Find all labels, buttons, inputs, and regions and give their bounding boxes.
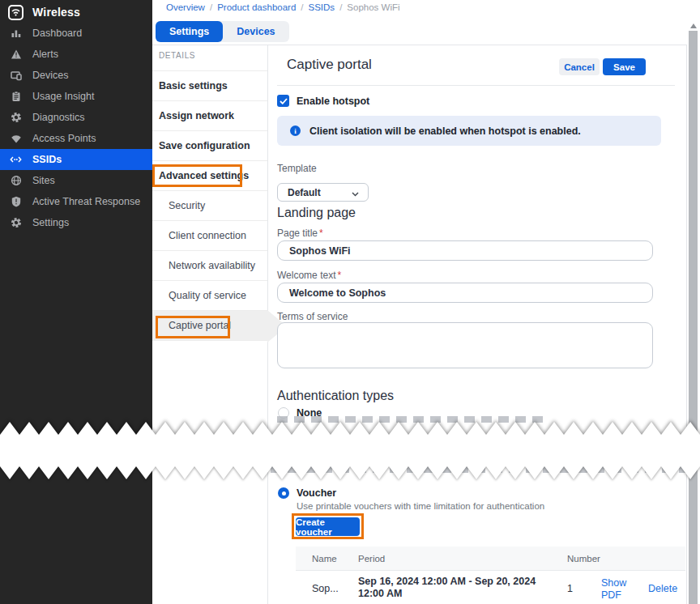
torn-text-fragment (277, 416, 544, 423)
create-voucher-button[interactable]: Create voucher (296, 517, 360, 536)
app-title: Wireless (32, 6, 80, 19)
sidebar-item-label: Usage Insight (32, 91, 94, 102)
sidebar-item-active-threat-response[interactable]: Active Threat Response (0, 191, 152, 212)
sidebar-item-dashboard[interactable]: Dashboard (0, 23, 152, 44)
breadcrumb-overview[interactable]: Overview (166, 2, 205, 12)
voucher-period-cell: Sep 16, 2024 12:00 AM - Sep 20, 2024 12:… (358, 576, 561, 600)
details-item-basic-settings[interactable]: Basic settings (152, 70, 267, 100)
info-icon: i (290, 125, 301, 136)
sidebar-item-label: Dashboard (32, 28, 82, 39)
voucher-description: Use printable vouchers with time limitat… (297, 501, 544, 511)
gear-icon (10, 217, 22, 229)
column-header-name: Name (312, 554, 337, 564)
voucher-radio-label: Voucher (297, 487, 336, 499)
dashboard-icon (10, 28, 22, 40)
page-title-value: Sophos WiFi (289, 245, 351, 257)
sidebar-item-label: Settings (32, 217, 69, 228)
voucher-name-cell: Sop... (312, 583, 339, 594)
show-pdf-link[interactable]: Show PDF (601, 577, 634, 602)
template-selected-value: Default (288, 187, 352, 198)
app-window: Wireless Dashboard Alerts Devices Usage … (0, 0, 700, 604)
sidebar-item-label: Alerts (32, 49, 58, 60)
info-banner: i Client isolation will be enabled when … (277, 116, 661, 146)
table-row: Sop... Sep 16, 2024 12:00 AM - Sep 20, 2… (296, 571, 685, 604)
welcome-text-input[interactable]: Welcome to Sophos (277, 283, 653, 303)
details-item-network-availability[interactable]: Network availability (152, 250, 267, 280)
landing-page-heading: Landing page (277, 206, 356, 220)
globe-icon (10, 175, 22, 187)
scrollbar-up-arrow-icon[interactable] (690, 23, 697, 28)
details-item-security[interactable]: Security (152, 190, 267, 220)
sidebar-item-settings[interactable]: Settings (0, 212, 152, 233)
alert-triangle-icon (10, 49, 22, 61)
details-item-quality-of-service[interactable]: Quality of service (152, 280, 267, 310)
breadcrumb-separator: / (301, 2, 303, 12)
sidebar: Wireless Dashboard Alerts Devices Usage … (0, 0, 152, 604)
wireless-logo-icon (8, 5, 23, 20)
content-right-border (686, 45, 687, 604)
logo-row: Wireless (8, 2, 80, 22)
template-select[interactable]: Default (277, 183, 369, 202)
details-nav-header: DETAILS (159, 51, 195, 60)
sidebar-item-label: SSIDs (32, 154, 62, 165)
sidebar-item-ssids[interactable]: SSIDs (0, 149, 152, 170)
details-item-client-connection[interactable]: Client connection (152, 220, 267, 250)
content-top-border (152, 45, 686, 45)
breadcrumb-ssids[interactable]: SSIDs (309, 2, 335, 12)
tab-strip: Settings Devices (156, 21, 289, 42)
breadcrumb-current: Sophos WiFi (347, 2, 399, 12)
voucher-table: Name Period Number Sop... Sep 16, 2024 1… (296, 547, 685, 604)
page-title-label: Page title* (277, 228, 323, 239)
sidebar-item-sites[interactable]: Sites (0, 170, 152, 191)
column-header-period: Period (358, 554, 385, 564)
voucher-table-header: Name Period Number (296, 547, 685, 571)
template-label: Template (277, 163, 317, 174)
delete-link[interactable]: Delete (648, 583, 677, 594)
sidebar-item-usage-insight[interactable]: Usage Insight (0, 86, 152, 107)
breadcrumb-separator: / (210, 2, 212, 12)
voucher-number-cell: 1 (567, 583, 573, 594)
sidebar-item-alerts[interactable]: Alerts (0, 44, 152, 65)
save-button[interactable]: Save (603, 58, 646, 75)
sidebar-item-label: Diagnostics (32, 112, 85, 123)
tab-devices[interactable]: Devices (223, 21, 288, 42)
clipboard-icon (10, 91, 22, 103)
scrollbar-thumb[interactable] (689, 31, 698, 604)
sidebar-item-label: Sites (32, 175, 55, 186)
ssid-brackets-icon (10, 154, 22, 166)
chevron-down-icon (352, 185, 359, 200)
sidebar-item-label: Access Points (32, 133, 96, 144)
enable-hotspot-checkbox[interactable] (277, 95, 289, 107)
breadcrumb-product-dashboard[interactable]: Product dashboard (217, 2, 296, 12)
sidebar-nav: Dashboard Alerts Devices Usage Insight D… (0, 23, 152, 233)
sidebar-item-access-points[interactable]: Access Points (0, 128, 152, 149)
required-asterisk: * (319, 228, 323, 239)
terms-of-service-label: Terms of service (277, 311, 348, 322)
details-item-save-configuration[interactable]: Save configuration (152, 130, 267, 160)
gear-icon (10, 112, 22, 124)
page-title: Captive portal (287, 57, 372, 73)
details-item-captive-portal[interactable]: Captive portal (152, 310, 267, 340)
section-divider (277, 85, 675, 86)
required-asterisk: * (337, 270, 341, 281)
welcome-text-label: Welcome text* (277, 270, 341, 281)
details-nav: Basic settings Assign network Save confi… (152, 70, 267, 340)
shield-icon (10, 196, 22, 208)
terms-of-service-textarea[interactable] (277, 322, 653, 368)
check-icon (280, 98, 288, 104)
breadcrumb-separator: / (339, 2, 342, 12)
tab-settings[interactable]: Settings (156, 21, 223, 42)
details-item-assign-network[interactable]: Assign network (152, 100, 267, 130)
cancel-button[interactable]: Cancel (559, 58, 600, 75)
voucher-radio[interactable] (278, 487, 289, 499)
details-item-advanced-settings[interactable]: Advanced settings (152, 160, 267, 190)
column-header-number: Number (567, 554, 600, 564)
sidebar-item-diagnostics[interactable]: Diagnostics (0, 107, 152, 128)
sidebar-item-devices[interactable]: Devices (0, 65, 152, 86)
page-title-input[interactable]: Sophos WiFi (277, 240, 653, 261)
breadcrumb: Overview / Product dashboard / SSIDs / S… (166, 2, 400, 13)
sidebar-item-label: Active Threat Response (32, 196, 140, 207)
devices-icon (10, 70, 22, 82)
info-banner-text: Client isolation will be enabled when ho… (309, 125, 581, 137)
enable-hotspot-label: Enable hotspot (297, 96, 369, 107)
